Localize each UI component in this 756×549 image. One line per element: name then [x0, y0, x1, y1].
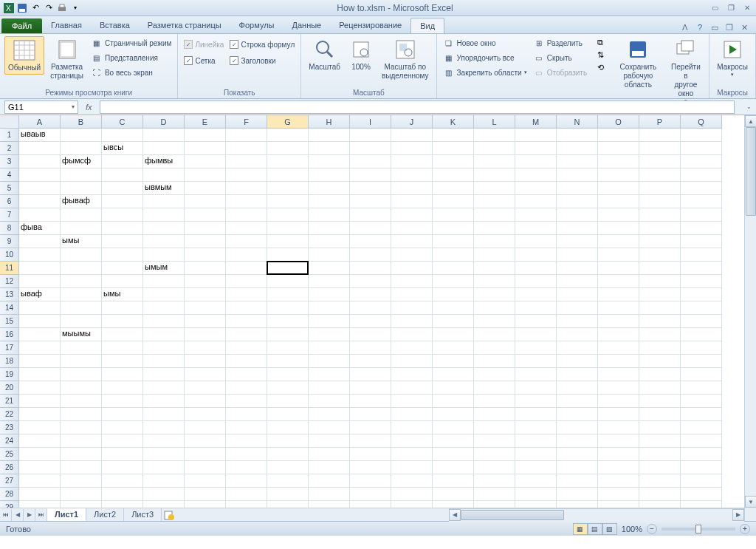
- cell-H4[interactable]: [309, 168, 350, 182]
- cell-M29[interactable]: [515, 501, 557, 508]
- cell-M24[interactable]: [515, 434, 557, 448]
- cell-G17[interactable]: [267, 341, 309, 355]
- switch-windows-button[interactable]: Перейти в другое окно ▾: [667, 36, 705, 106]
- page-break-preview-button[interactable]: ▦Страничный режим: [89, 36, 173, 50]
- row-header-9[interactable]: 9: [0, 235, 19, 248]
- cell-L16[interactable]: [474, 328, 515, 341]
- cell-N17[interactable]: [557, 341, 598, 355]
- cell-F27[interactable]: [226, 474, 267, 488]
- zoom-100-button[interactable]: 100%: [346, 36, 376, 73]
- column-header-P[interactable]: P: [639, 115, 681, 129]
- cell-G7[interactable]: [267, 208, 309, 222]
- cell-I26[interactable]: [350, 461, 391, 474]
- cell-B1[interactable]: [61, 129, 102, 142]
- cell-C21[interactable]: [102, 395, 143, 408]
- headings-checkbox[interactable]: Заголовки: [228, 55, 296, 66]
- hide-button[interactable]: ▭Скрыть: [532, 51, 589, 64]
- cell-D27[interactable]: [143, 474, 185, 488]
- cell-L1[interactable]: [474, 129, 515, 142]
- cell-C16[interactable]: [102, 328, 143, 341]
- column-header-J[interactable]: J: [391, 115, 433, 129]
- page-layout-button[interactable]: Разметка страницы: [47, 36, 86, 82]
- cell-Q18[interactable]: [681, 355, 722, 368]
- cell-M2[interactable]: [515, 142, 557, 155]
- cell-J20[interactable]: [391, 381, 433, 395]
- cell-O17[interactable]: [598, 341, 639, 355]
- cell-L21[interactable]: [474, 395, 515, 408]
- cell-G11[interactable]: [267, 262, 309, 275]
- cell-K15[interactable]: [433, 315, 474, 328]
- cell-C8[interactable]: [102, 222, 143, 235]
- cell-Q13[interactable]: [681, 288, 722, 301]
- cell-E27[interactable]: [185, 474, 226, 488]
- cell-L8[interactable]: [474, 222, 515, 235]
- row-header-14[interactable]: 14: [0, 301, 19, 315]
- row-header-7[interactable]: 7: [0, 208, 19, 222]
- cell-K23[interactable]: [433, 421, 474, 434]
- cell-E13[interactable]: [185, 288, 226, 301]
- cell-O23[interactable]: [598, 421, 639, 434]
- cell-D12[interactable]: [143, 275, 185, 288]
- ribbon-tab-вставка[interactable]: Вставка: [91, 18, 139, 33]
- row-header-26[interactable]: 26: [0, 461, 19, 474]
- cell-N5[interactable]: [557, 182, 598, 195]
- ribbon-tab-разметка страницы[interactable]: Разметка страницы: [139, 18, 230, 33]
- cell-G20[interactable]: [267, 381, 309, 395]
- cell-P2[interactable]: [639, 142, 681, 155]
- cell-G24[interactable]: [267, 434, 309, 448]
- cell-D10[interactable]: [143, 248, 185, 262]
- cell-K17[interactable]: [433, 341, 474, 355]
- cell-D9[interactable]: [143, 235, 185, 248]
- cell-B20[interactable]: [61, 381, 102, 395]
- cell-O21[interactable]: [598, 395, 639, 408]
- cell-P14[interactable]: [639, 301, 681, 315]
- cell-K6[interactable]: [433, 195, 474, 208]
- cell-Q6[interactable]: [681, 195, 722, 208]
- cell-P10[interactable]: [639, 248, 681, 262]
- cell-C11[interactable]: [102, 262, 143, 275]
- cell-G26[interactable]: [267, 461, 309, 474]
- file-tab[interactable]: Файл: [1, 18, 42, 33]
- cell-I19[interactable]: [350, 368, 391, 381]
- doc-minimize-icon[interactable]: ▭: [709, 21, 721, 33]
- cell-H28[interactable]: [309, 488, 350, 501]
- cell-J3[interactable]: [391, 155, 433, 168]
- column-header-A[interactable]: A: [19, 115, 61, 129]
- cell-E29[interactable]: [185, 501, 226, 508]
- cell-Q20[interactable]: [681, 381, 722, 395]
- cell-E12[interactable]: [185, 275, 226, 288]
- cell-F22[interactable]: [226, 408, 267, 421]
- cell-A22[interactable]: [19, 408, 61, 421]
- cell-G27[interactable]: [267, 474, 309, 488]
- cell-B22[interactable]: [61, 408, 102, 421]
- cell-J10[interactable]: [391, 248, 433, 262]
- cell-P8[interactable]: [639, 222, 681, 235]
- cell-I15[interactable]: [350, 315, 391, 328]
- restore-button[interactable]: ❐: [725, 3, 737, 13]
- cell-O25[interactable]: [598, 448, 639, 461]
- new-window-button[interactable]: ❏Новое окно: [441, 36, 529, 50]
- cell-K26[interactable]: [433, 461, 474, 474]
- row-header-20[interactable]: 20: [0, 381, 19, 395]
- cell-G14[interactable]: [267, 301, 309, 315]
- cell-H9[interactable]: [309, 235, 350, 248]
- cell-E14[interactable]: [185, 301, 226, 315]
- row-header-27[interactable]: 27: [0, 474, 19, 488]
- cell-H20[interactable]: [309, 381, 350, 395]
- cell-L28[interactable]: [474, 488, 515, 501]
- cell-F2[interactable]: [226, 142, 267, 155]
- cell-M4[interactable]: [515, 168, 557, 182]
- cell-A16[interactable]: [19, 328, 61, 341]
- cell-J22[interactable]: [391, 408, 433, 421]
- cell-C9[interactable]: [102, 235, 143, 248]
- cell-Q2[interactable]: [681, 142, 722, 155]
- cell-O8[interactable]: [598, 222, 639, 235]
- namebox-dropdown-icon[interactable]: ▾: [72, 103, 75, 110]
- cell-G4[interactable]: [267, 168, 309, 182]
- cell-L12[interactable]: [474, 275, 515, 288]
- cell-D5[interactable]: ывмым: [143, 182, 185, 195]
- doc-restore-icon[interactable]: ❐: [724, 21, 735, 33]
- cell-C7[interactable]: [102, 208, 143, 222]
- freeze-panes-button[interactable]: ▥Закрепить области ▾: [441, 66, 529, 79]
- cell-N10[interactable]: [557, 248, 598, 262]
